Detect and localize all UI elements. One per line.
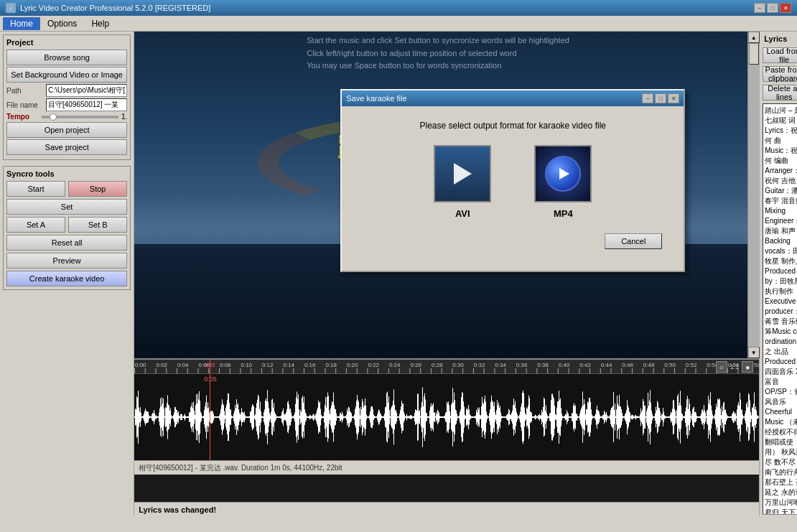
close-button[interactable]: ✕ <box>780 3 791 13</box>
tempo-thumb[interactable] <box>50 113 57 121</box>
lyrics-status-bar: Lyrics was changed! <box>134 502 759 516</box>
set-bg-button[interactable]: Set Background Video or Image <box>6 67 127 83</box>
lyrics-header: Lyrics <box>760 32 797 46</box>
scroll-track[interactable] <box>748 43 760 347</box>
menu-help[interactable]: Help <box>84 17 116 30</box>
set-b-button[interactable]: Set B <box>68 217 127 233</box>
mp4-play-icon <box>559 168 569 179</box>
avi-thumbnail <box>435 146 490 201</box>
tempo-row: Tempo 1. <box>6 113 127 121</box>
browse-song-button[interactable]: Browse song <box>6 50 127 65</box>
modal-controls[interactable]: − □ ✕ <box>642 93 679 103</box>
mp4-label: MP4 <box>554 208 573 219</box>
titlebar-left: ♪ Lyric Video Creator Professional 5.2.0… <box>6 3 210 13</box>
zoom-in-button[interactable]: ● <box>742 361 753 373</box>
path-label: Path <box>6 87 46 95</box>
avi-label: AVI <box>455 208 470 219</box>
format-options: AVI MP4 <box>356 145 669 219</box>
titlebar: ♪ Lyric Video Creator Professional 5.2.0… <box>0 0 797 16</box>
modal-titlebar: Save karaoke file − □ ✕ <box>342 90 684 106</box>
zoom-out-button[interactable]: ○ <box>716 361 727 373</box>
stop-button[interactable]: Stop <box>68 181 127 197</box>
timeline-ruler: ○ 1:1 ● <box>134 360 759 374</box>
mp4-icon[interactable] <box>534 145 592 202</box>
waveform-area[interactable]: 0:05 <box>134 374 759 460</box>
scroll-up-button[interactable]: ▲ <box>748 32 760 43</box>
main-container: Project Browse song Set Background Video… <box>0 32 797 516</box>
avi-icon[interactable] <box>434 145 491 202</box>
filename-value: 目守[409650012] 一某 <box>46 98 127 111</box>
file-info-bar: 相守[409650012] - 某完达 .wav. Duration 1m 0s… <box>134 460 759 475</box>
zoom-value: 1:1 <box>730 363 740 370</box>
menu-home[interactable]: Home <box>3 17 40 30</box>
filename-row: File name 目守[409650012] 一某 <box>6 98 127 111</box>
set-a-button[interactable]: Set A <box>6 217 65 233</box>
project-section: Project Browse song Set Background Video… <box>3 34 131 160</box>
video-background: Start the music and click Set button to … <box>134 32 747 358</box>
syncro-section: Syncro tools Start Stop Set Set A Set B … <box>3 166 131 290</box>
video-area: Start the music and click Set button to … <box>134 32 759 516</box>
right-panel: Lyrics Load from file Paste from clipboa… <box>759 32 797 516</box>
modal-minimize[interactable]: − <box>642 93 653 103</box>
modal-body: Please select output format for karaoke … <box>342 106 684 271</box>
minimize-button[interactable]: − <box>754 3 765 13</box>
open-project-button[interactable]: Open project <box>6 122 127 138</box>
avi-option[interactable]: AVI <box>434 145 491 219</box>
mp4-option[interactable]: MP4 <box>534 145 592 219</box>
menubar: Home Options Help <box>0 16 797 32</box>
paste-from-clipboard-button[interactable]: Paste from clipboard <box>763 66 797 82</box>
reset-all-button[interactable]: Reset all <box>6 235 127 251</box>
path-row: Path C:\Users\po\Music\相守[ <box>6 84 127 97</box>
filename-label: File name <box>6 101 46 109</box>
save-karaoke-modal: Save karaoke file − □ ✕ Please select ou… <box>340 89 685 272</box>
titlebar-controls[interactable]: − □ ✕ <box>754 3 791 13</box>
syncro-label: Syncro tools <box>6 169 127 178</box>
mp4-sphere <box>545 156 581 192</box>
lyrics-changed-text: Lyrics was changed! <box>139 505 216 514</box>
seta-setb-row: Set A Set B <box>6 217 127 233</box>
modal-prompt: Please select output format for karaoke … <box>356 121 669 131</box>
project-label: Project <box>6 38 127 47</box>
modal-footer: Cancel <box>356 233 669 256</box>
modal-close[interactable]: ✕ <box>668 93 679 103</box>
lyrics-text-area[interactable]: 踏山河 – 是七叔呢 词 Lyrics：祝何 曲 Music：祝何 编曲 Arr… <box>763 103 797 515</box>
preview-button[interactable]: Preview <box>6 253 127 269</box>
video-scrollbar[interactable]: ▲ ▼ <box>747 32 759 358</box>
load-from-file-button[interactable]: Load from file <box>763 47 797 63</box>
modal-cancel-button[interactable]: Cancel <box>605 233 662 249</box>
file-info-text: 相守[409650012] - 某完达 .wav. Duration 1m 0s… <box>139 463 342 473</box>
path-value: C:\Users\po\Music\相守[ <box>46 84 127 97</box>
video-canvas: Start the music and click Set button to … <box>134 32 747 358</box>
scroll-thumb[interactable] <box>749 43 759 65</box>
app-title: Lyric Video Creator Professional 5.2.0 [… <box>20 4 210 12</box>
tempo-value: 1. <box>121 113 127 121</box>
tempo-label: Tempo <box>6 113 39 121</box>
maximize-button[interactable]: □ <box>767 3 778 13</box>
app-icon: ♪ <box>6 3 16 13</box>
scroll-down-button[interactable]: ▼ <box>748 347 760 358</box>
set-button[interactable]: Set <box>6 199 127 215</box>
left-panel: Project Browse song Set Background Video… <box>0 32 134 516</box>
menu-options[interactable]: Options <box>40 17 84 30</box>
waveform-canvas <box>134 374 759 460</box>
start-button[interactable]: Start <box>6 181 65 197</box>
zoom-controls[interactable]: ○ 1:1 ● <box>716 361 754 373</box>
tempo-slider[interactable] <box>42 116 118 118</box>
start-stop-row: Start Stop <box>6 181 127 197</box>
create-karaoke-button[interactable]: Create karaoke video <box>6 271 127 286</box>
save-project-button[interactable]: Save project <box>6 139 127 155</box>
modal-maximize[interactable]: □ <box>655 93 666 103</box>
playhead <box>210 374 210 460</box>
timeline-area: ○ 1:1 ● 0:05 相守[409650012] - 某完达 .wav. D… <box>134 358 759 502</box>
avi-play-icon <box>454 163 472 185</box>
modal-title: Save karaoke file <box>346 94 406 103</box>
delete-all-lines-button[interactable]: Delete all lines <box>763 85 797 101</box>
modal-overlay: Save karaoke file − □ ✕ Please select ou… <box>134 32 747 358</box>
